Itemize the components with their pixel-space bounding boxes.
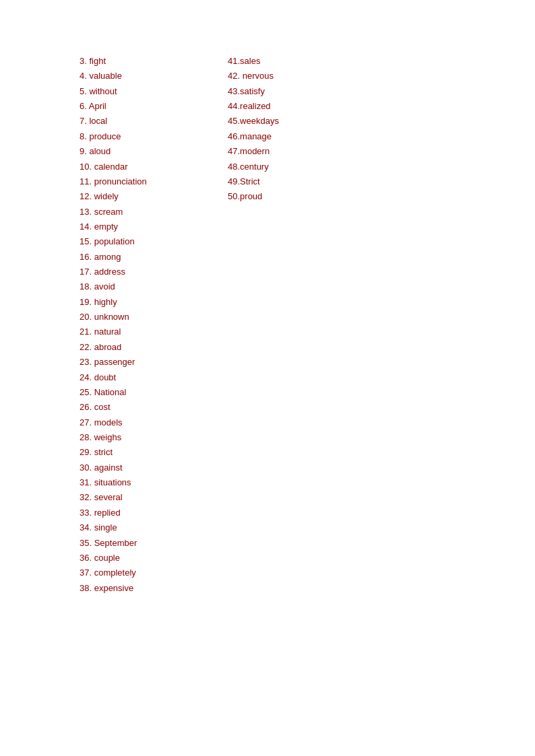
- list-item: 14. empty: [80, 219, 228, 234]
- list-item: 8. produce: [80, 129, 228, 144]
- list-item: 13. scream: [80, 205, 228, 219]
- list-item: 16. among: [80, 250, 228, 265]
- list-item: 28. weighs: [80, 430, 228, 445]
- list-item: 50.proud: [228, 189, 376, 204]
- list-item: 34. single: [80, 520, 228, 535]
- list-item: 12. widely: [80, 189, 228, 204]
- list-item: 48.century: [228, 160, 376, 174]
- list-item: 15. population: [80, 234, 228, 249]
- list-item: 41.sales: [228, 54, 376, 69]
- list-item: 42. nervous: [228, 69, 376, 83]
- list-item: 3. fight: [80, 54, 228, 69]
- list-item: 38. expensive: [80, 581, 228, 596]
- list-item: 6. April: [80, 99, 228, 114]
- list-item: 46.manage: [228, 129, 376, 144]
- list-item: 24. doubt: [80, 370, 228, 385]
- list-item: 21. natural: [80, 324, 228, 339]
- list-item: 18. avoid: [80, 279, 228, 294]
- list-item: 44.realized: [228, 99, 376, 114]
- list-item: 20. unknown: [80, 310, 228, 324]
- list-item: 47.modern: [228, 144, 376, 159]
- list-item: 7. local: [80, 114, 228, 129]
- list-item: 33. replied: [80, 506, 228, 520]
- list-item: 9. aloud: [80, 144, 228, 159]
- list-item: 10. calendar: [80, 160, 228, 174]
- list-item: 19. highly: [80, 295, 228, 310]
- list-item: 4. valuable: [80, 69, 228, 83]
- list-item: 11. pronunciation: [80, 174, 228, 189]
- list-item: 23. passenger: [80, 355, 228, 370]
- list-item: 5. without: [80, 84, 228, 99]
- right-word-list: 41.sales42. nervous43.satisfy44.realized…: [228, 54, 376, 596]
- list-item: 17. address: [80, 265, 228, 279]
- list-item: 45.weekdays: [228, 114, 376, 129]
- list-item: 30. against: [80, 460, 228, 475]
- list-item: 22. abroad: [80, 340, 228, 355]
- list-item: 37. completely: [80, 565, 228, 580]
- list-item: 32. several: [80, 490, 228, 505]
- list-item: 29. strict: [80, 445, 228, 460]
- list-item: 31. situations: [80, 475, 228, 490]
- list-item: 27. models: [80, 415, 228, 430]
- list-item: 35. September: [80, 536, 228, 551]
- list-item: 36. couple: [80, 551, 228, 565]
- list-item: 43.satisfy: [228, 84, 376, 99]
- list-item: 49.Strict: [228, 174, 376, 189]
- list-item: 26. cost: [80, 400, 228, 415]
- list-item: 25. National: [80, 385, 228, 400]
- left-word-list: 3. fight4. valuable5. without6. April7. …: [80, 54, 228, 596]
